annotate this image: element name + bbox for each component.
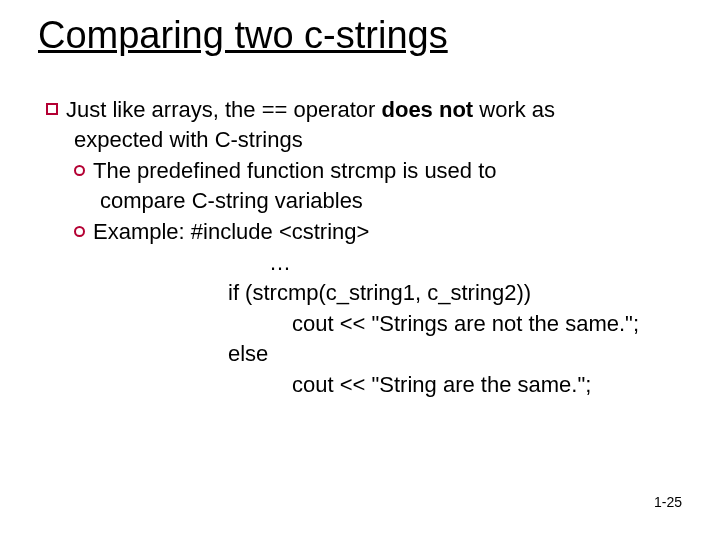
text: Example: #include <cstring>: [93, 219, 369, 244]
slide-number: 1-25: [654, 494, 682, 510]
bullet-line-1-cont: expected with C-strings: [46, 126, 686, 155]
slide: Comparing two c-strings Just like arrays…: [0, 0, 720, 540]
code-line-if: if (strcmp(c_string1, c_string2)): [46, 279, 686, 308]
text: Just like arrays, the == operator: [66, 97, 382, 122]
subbullet-line-2: Example: #include <cstring>: [46, 218, 686, 247]
text: The predefined function strcmp is used t…: [93, 158, 497, 183]
bullet-line-1: Just like arrays, the == operator does n…: [46, 96, 686, 125]
subbullet-line-1-cont: compare C-string variables: [46, 187, 686, 216]
code-line-else: else: [46, 340, 686, 369]
text: work as: [473, 97, 555, 122]
subbullet-line-1: The predefined function strcmp is used t…: [46, 157, 686, 186]
code-line-cout2: cout << "String are the same.";: [46, 371, 686, 400]
code-line-ellipsis: …: [46, 249, 686, 278]
circle-bullet-icon: [74, 165, 85, 176]
square-bullet-icon: [46, 103, 58, 115]
slide-title: Comparing two c-strings: [38, 14, 690, 58]
slide-body: Just like arrays, the == operator does n…: [38, 96, 690, 400]
circle-bullet-icon: [74, 226, 85, 237]
text-bold: does not: [382, 97, 474, 122]
code-line-cout1: cout << "Strings are not the same.";: [46, 310, 686, 339]
